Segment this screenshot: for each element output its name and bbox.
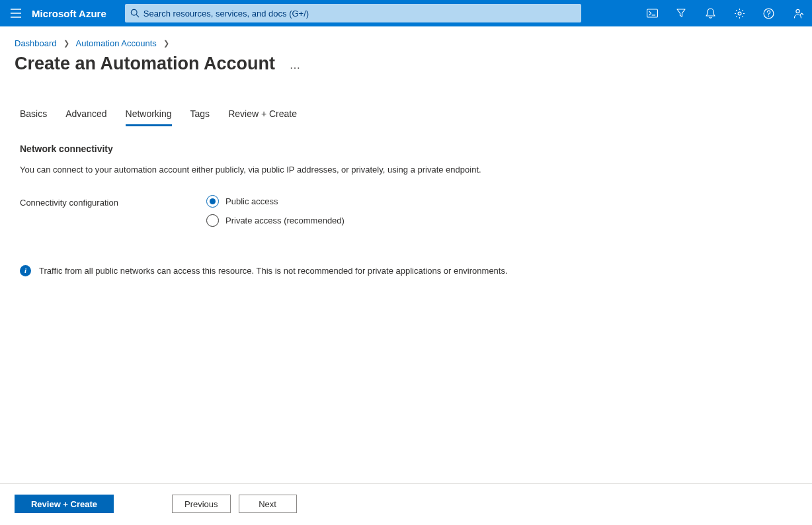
svg-point-0 [131, 9, 137, 15]
search-icon [130, 9, 140, 18]
info-icon: i [20, 265, 31, 276]
next-button[interactable]: Next [239, 495, 297, 513]
brand-label[interactable]: Microsoft Azure [32, 8, 122, 19]
tab-review-create[interactable]: Review + Create [228, 108, 297, 126]
svg-line-1 [136, 15, 139, 17]
wizard-footer: Review + Create Previous Next [0, 483, 812, 525]
settings-button[interactable] [725, 0, 754, 26]
radio-private-access[interactable]: Private access (recommended) [206, 214, 345, 227]
notifications-button[interactable] [696, 0, 725, 26]
directory-filter-button[interactable] [667, 0, 696, 26]
radio-indicator [206, 214, 219, 227]
wizard-tabs: Basics Advanced Networking Tags Review +… [0, 74, 812, 126]
section-title: Network connectivity [20, 143, 792, 154]
radio-public-access[interactable]: Public access [206, 195, 345, 208]
info-banner: i Traffic from all public networks can a… [20, 265, 792, 276]
review-create-button[interactable]: Review + Create [15, 495, 114, 513]
help-button[interactable] [754, 0, 783, 26]
bell-icon [706, 8, 715, 19]
gear-icon [734, 8, 745, 19]
svg-point-6 [795, 9, 799, 13]
breadcrumb-item-dashboard[interactable]: Dashboard [15, 38, 57, 48]
info-text: Traffic from all public networks can acc… [39, 266, 508, 276]
previous-button[interactable]: Previous [172, 495, 231, 513]
radio-indicator [206, 195, 219, 208]
svg-point-3 [738, 12, 741, 15]
tab-networking[interactable]: Networking [126, 108, 172, 126]
chevron-right-icon: ❯ [63, 39, 69, 48]
global-search[interactable] [125, 4, 581, 22]
breadcrumb: Dashboard ❯ Automation Accounts ❯ [0, 26, 812, 51]
tab-advanced[interactable]: Advanced [65, 108, 106, 126]
tab-content: Network connectivity You can connect to … [0, 126, 812, 276]
azure-topbar: Microsoft Azure [0, 0, 812, 26]
radio-label: Public access [225, 196, 278, 206]
hamburger-icon [11, 9, 21, 18]
topbar-left: Microsoft Azure [0, 0, 122, 26]
topbar-actions [637, 0, 812, 26]
filter-icon [676, 8, 686, 19]
search-input[interactable] [143, 9, 576, 19]
more-actions-button[interactable]: ⋯ [290, 61, 301, 74]
cloud-shell-icon [647, 9, 658, 18]
cloud-shell-button[interactable] [637, 0, 667, 26]
page-header: Create an Automation Account ⋯ [0, 51, 812, 74]
connectivity-config-label: Connectivity configuration [20, 195, 206, 208]
chevron-right-icon: ❯ [163, 39, 169, 48]
feedback-icon [792, 8, 803, 19]
connectivity-radio-group: Public access Private access (recommende… [206, 195, 345, 227]
tab-tags[interactable]: Tags [190, 108, 210, 126]
radio-label: Private access (recommended) [225, 216, 345, 225]
help-icon [763, 8, 774, 19]
breadcrumb-item-automation-accounts[interactable]: Automation Accounts [76, 38, 157, 48]
tab-basics[interactable]: Basics [20, 108, 47, 126]
page-title: Create an Automation Account [15, 54, 275, 74]
connectivity-config-row: Connectivity configuration Public access… [20, 195, 792, 227]
footer-nav-group: Previous Next [172, 495, 297, 513]
svg-point-5 [768, 15, 769, 17]
feedback-button[interactable] [783, 0, 812, 26]
svg-rect-2 [647, 9, 657, 17]
menu-button[interactable] [0, 0, 32, 26]
section-description: You can connect to your automation accou… [20, 163, 792, 177]
